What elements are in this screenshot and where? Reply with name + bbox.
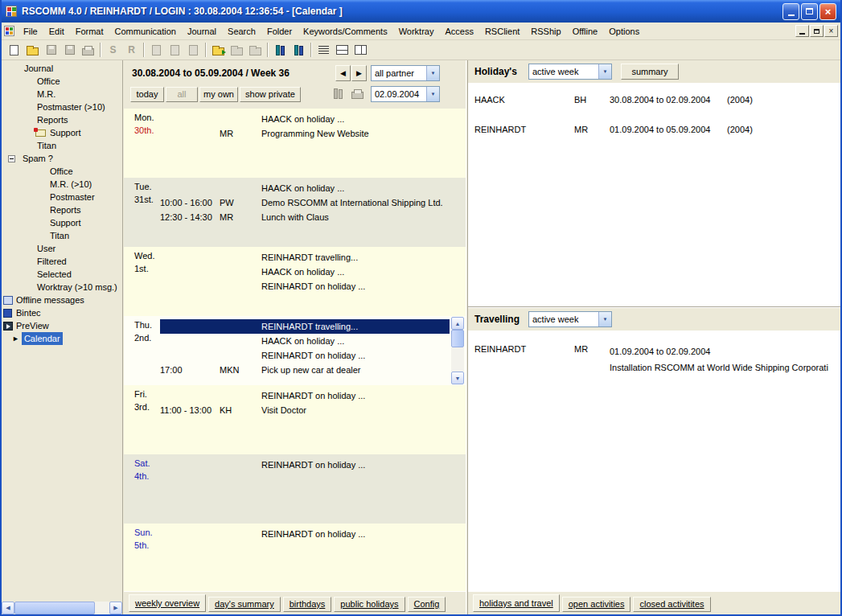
sidebar-item-selected[interactable]: Selected (2, 268, 122, 281)
summary-button[interactable]: summary (621, 64, 679, 80)
menu-item-worktray[interactable]: Worktray (393, 24, 440, 39)
sidebar-item-calendar[interactable]: ►Calendar (2, 332, 122, 345)
menu-item-communication[interactable]: Communication (109, 24, 182, 39)
calendar-entry[interactable]: HAACK on holiday ... (160, 112, 466, 126)
tab-days-summary[interactable]: day's summary (208, 597, 281, 612)
menu-item-rsship[interactable]: RSShip (525, 24, 566, 39)
calendar-entry[interactable]: HAACK on holiday ... (160, 181, 466, 195)
sidebar-item-journal[interactable]: Journal (2, 62, 122, 75)
scrollbar-track[interactable] (95, 602, 109, 614)
menu-item-format[interactable]: Format (70, 24, 109, 39)
print-week-button[interactable] (348, 85, 366, 101)
scrollbar-thumb[interactable] (14, 602, 95, 614)
menu-item-offline[interactable]: Offline (567, 24, 604, 39)
calendar-entry[interactable]: 10:00 - 16:00 PW Demo RSCOMM at Internat… (160, 195, 466, 210)
calendar-entry[interactable]: MR Programming New Website (160, 126, 466, 141)
sidebar-item-filtered[interactable]: Filtered (2, 255, 122, 268)
sidebar-item-spam-titan[interactable]: Titan (2, 229, 122, 242)
mdi-minimize-button[interactable] (795, 25, 809, 37)
sidebar-item-spam-office[interactable]: Office (2, 165, 122, 178)
tab-open-activities[interactable]: open activities (562, 597, 631, 612)
address-book-button[interactable] (271, 41, 290, 59)
mdi-close-button[interactable]: × (824, 25, 838, 37)
next-week-button[interactable]: ▶ (351, 65, 367, 81)
scroll-down-button[interactable]: ▼ (451, 372, 464, 384)
my-own-button[interactable]: my own (199, 87, 238, 102)
calendar-entry[interactable]: REINHARDT on holiday ... (160, 279, 466, 294)
scrollbar-track[interactable] (451, 347, 464, 372)
sidebar-item-user[interactable]: User (2, 242, 122, 255)
tab-weekly-overview[interactable]: weekly overview (129, 594, 206, 612)
collapse-icon[interactable] (8, 155, 15, 162)
new-document-button[interactable] (5, 41, 23, 59)
calendar-entry[interactable]: 17:00 MKN Pick up new car at dealer (160, 363, 450, 377)
scroll-up-button[interactable]: ▲ (451, 317, 464, 330)
sidebar-item-preview[interactable]: PreView (2, 319, 122, 332)
sidebar-item-bintec[interactable]: Bintec (2, 306, 122, 319)
split-vertical-button[interactable] (351, 41, 370, 59)
close-button[interactable]: × (819, 3, 836, 20)
sidebar-item-spam-support[interactable]: Support (2, 216, 122, 229)
sidebar-item-support[interactable]: Support (2, 126, 122, 139)
calendar-entry[interactable]: HAACK on holiday ... (160, 334, 450, 348)
travelling-row[interactable]: REINHARDT MR 01.09.2004 to 02.09.2004 In… (474, 343, 837, 376)
scroll-right-button[interactable]: ▶ (109, 602, 122, 614)
sidebar-item-spam-postmaster[interactable]: Postmaster (2, 191, 122, 203)
holiday-row[interactable]: HAACK BH 30.08.2004 to 02.09.2004 (2004) (474, 94, 837, 105)
menu-item-keywords-comments[interactable]: Keywords/Comments (298, 24, 393, 39)
calendar-entry[interactable]: REINHARDT on holiday ... (160, 527, 466, 541)
sidebar-item-titan[interactable]: Titan (2, 139, 122, 152)
calendar-entry[interactable]: REINHARDT on holiday ... (160, 458, 466, 472)
menu-item-file[interactable]: File (18, 24, 43, 39)
show-private-button[interactable]: show private (240, 87, 301, 102)
holidays-filter-select[interactable]: active week ▼ (528, 64, 612, 80)
menu-item-folder[interactable]: Folder (261, 24, 298, 39)
folder-icon (231, 47, 243, 55)
menu-item-options[interactable]: Options (603, 24, 645, 39)
maximize-button[interactable] (801, 3, 818, 20)
calendar-entry-selected[interactable]: REINHARDT travelling... (160, 319, 450, 334)
sidebar-item-mr[interactable]: M.R. (2, 88, 122, 101)
menu-item-search[interactable]: Search (222, 24, 261, 39)
calendar-entry[interactable]: 12:30 - 14:30 MR Lunch with Claus (160, 210, 466, 224)
scrollbar-thumb[interactable] (451, 330, 464, 347)
tab-birthdays[interactable]: birthdays (283, 597, 332, 612)
contacts-book-button[interactable] (290, 41, 308, 59)
list-view-button[interactable] (314, 41, 333, 59)
entry-time: 12:30 - 14:30 (160, 212, 220, 222)
sidebar-item-postmaster[interactable]: Postmaster (>10) (2, 101, 122, 113)
previous-week-button[interactable]: ◀ (335, 65, 351, 81)
sidebar-item-spam[interactable]: Spam ? (2, 152, 122, 165)
today-button[interactable]: today (130, 87, 164, 102)
sidebar-item-spam-reports[interactable]: Reports (2, 203, 122, 216)
travelling-filter-select[interactable]: active week ▼ (528, 311, 612, 327)
minimize-button[interactable] (782, 3, 799, 20)
scroll-left-button[interactable]: ◀ (2, 602, 14, 614)
calendar-entry[interactable]: HAACK on holiday ... (160, 265, 466, 279)
forward-icon (152, 45, 161, 55)
move-to-folder-button[interactable] (209, 41, 228, 59)
sidebar-item-worktray[interactable]: Worktray (>10 msg.) (2, 281, 122, 294)
calendar-entry[interactable]: REINHARDT travelling... (160, 250, 466, 265)
mdi-restore-button[interactable] (810, 25, 824, 37)
calendar-entry[interactable]: REINHARDT on holiday ... (160, 388, 466, 403)
tab-holidays-and-travel[interactable]: holidays and travel (473, 594, 560, 612)
holiday-row[interactable]: REINHARDT MR 01.09.2004 to 05.09.2004 (2… (474, 124, 837, 135)
sidebar-item-reports[interactable]: Reports (2, 113, 122, 126)
tab-closed-activities[interactable]: closed activitites (633, 597, 710, 612)
menu-item-rsclient[interactable]: RSClient (479, 24, 525, 39)
sidebar-item-spam-mr[interactable]: M.R. (>10) (2, 178, 122, 191)
open-button[interactable] (23, 41, 42, 59)
tab-config[interactable]: Config (408, 597, 446, 612)
menu-item-access[interactable]: Access (439, 24, 479, 39)
menu-item-journal[interactable]: Journal (182, 24, 222, 39)
date-select[interactable]: 02.09.2004 ▼ (371, 86, 440, 102)
tab-public-holidays[interactable]: public holidays (334, 597, 405, 612)
calendar-entry[interactable]: REINHARDT on holiday ... (160, 348, 450, 363)
sidebar-item-offline-messages[interactable]: Offline messages (2, 294, 122, 306)
split-horizontal-button[interactable] (333, 41, 351, 59)
sidebar-item-office[interactable]: Office (2, 75, 122, 88)
menu-item-edit[interactable]: Edit (43, 24, 70, 39)
partner-filter-select[interactable]: all partner ▼ (371, 65, 440, 81)
calendar-entry[interactable]: 11:00 - 13:00 KH Visit Doctor (160, 403, 466, 417)
